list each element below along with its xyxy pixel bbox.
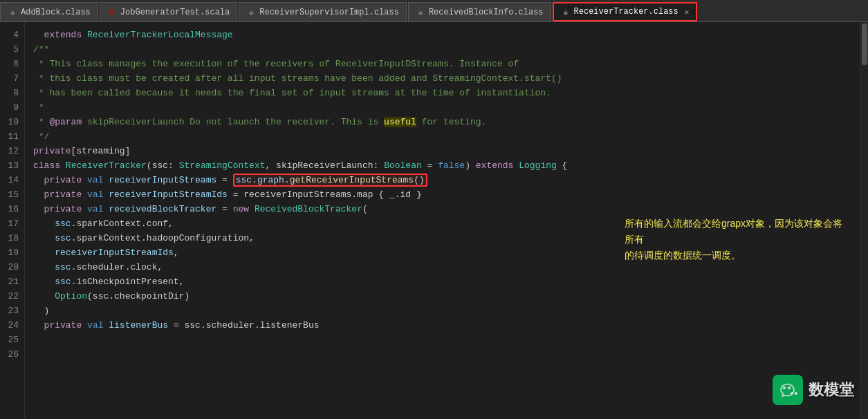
wechat-icon — [773, 375, 803, 405]
tab-bar: ☕ AddBlock.class S JobGeneratorTest.scal… — [0, 0, 868, 22]
code-line-12: */ — [33, 129, 851, 144]
close-icon[interactable]: ✕ — [685, 8, 690, 17]
code-line-14: class ReceiverTracker(ssc: StreamingCont… — [33, 158, 851, 173]
tab-receiversupervisorimpl[interactable]: ☕ ReceiverSupervisorImpl.class — [239, 2, 407, 21]
code-line-17: private val receiverInputStreamIds = rec… — [33, 187, 851, 202]
code-line-26: private val listenerBus = ssc.scheduler.… — [33, 318, 851, 333]
scrollbar-thumb[interactable] — [862, 24, 867, 65]
code-line-24: Option(ssc.checkpointDir) — [33, 289, 851, 304]
tab-label: AddBlock.class — [21, 8, 91, 17]
svg-point-1 — [788, 387, 791, 389]
annotation-text: 所有的输入流都会交给grapx对象，因为该对象会将所有的待调度的数据统一调度。 — [625, 218, 842, 261]
java-icon2: ☕ — [246, 8, 256, 17]
svg-point-2 — [791, 392, 793, 395]
watermark-label: 数模堂 — [809, 380, 854, 400]
code-line-23: ssc.isCheckpointPresent, — [33, 274, 851, 289]
java-icon3: ☕ — [416, 8, 425, 17]
annotation-box: 所有的输入流都会交给grapx对象，因为该对象会将所有的待调度的数据统一调度。 — [625, 216, 846, 263]
code-line-6: /** — [33, 42, 851, 57]
code-line-16: private val receiverInputStreams = ssc.g… — [33, 173, 851, 187]
tab-addblock[interactable]: ☕ AddBlock.class — [0, 2, 98, 21]
code-line-8: * this class must be created after all i… — [33, 71, 851, 86]
code-container: 4 5 6 7 8 9 10 11 12 13 14 15 16 17 18 1… — [0, 22, 868, 419]
code-line-18: private val receivedBlockTracker = new R… — [33, 202, 851, 216]
svg-point-3 — [795, 392, 797, 395]
tab-receivertracker[interactable]: ☕ ReceiverTracker.class ✕ — [553, 2, 698, 21]
tab-label: ReceiverSupervisorImpl.class — [259, 8, 399, 17]
tab-label: ReceiverTracker.class — [574, 7, 678, 17]
code-line-7: * This class manages the execution of th… — [33, 57, 851, 71]
scrollbar[interactable] — [860, 22, 868, 419]
scala-icon: S — [107, 8, 117, 17]
java-icon: ☕ — [8, 8, 17, 17]
code-line-25: ) — [33, 304, 851, 318]
tab-receivedblockinfo[interactable]: ☕ ReceivedBlockInfo.class — [408, 2, 551, 21]
svg-point-0 — [783, 387, 786, 389]
watermark: 数模堂 — [773, 375, 854, 405]
line-numbers: 4 5 6 7 8 9 10 11 12 13 14 15 16 17 18 1… — [0, 22, 25, 419]
tab-label: JobGeneratorTest.scala — [120, 8, 230, 17]
code-line-10: * — [33, 100, 851, 115]
code-content: extends ReceiverTrackerLocalMessage /** … — [25, 22, 860, 419]
tab-jobgeneratortest[interactable]: S JobGeneratorTest.scala — [100, 2, 237, 21]
code-line-4: extends ReceiverTrackerLocalMessage — [33, 28, 851, 42]
code-line-13: private[streaming] — [33, 144, 851, 158]
code-line-9: * has been called because it needs the f… — [33, 86, 851, 100]
java-icon4: ☕ — [561, 7, 571, 17]
tab-label: ReceivedBlockInfo.class — [429, 8, 544, 17]
code-line-11: * @param skipReceiverLaunch Do not launc… — [33, 115, 851, 129]
